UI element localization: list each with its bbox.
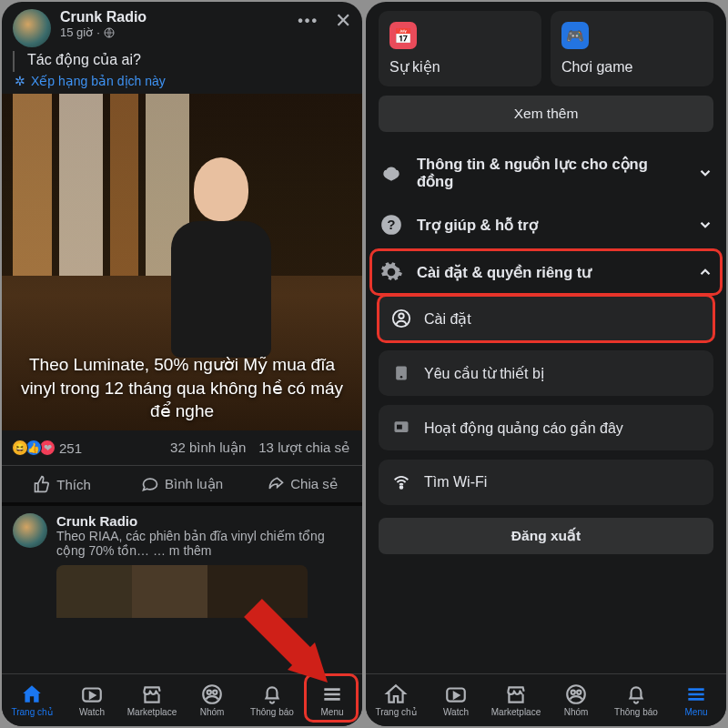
- nav-menu[interactable]: Menu: [666, 674, 726, 726]
- gamepad-icon: 🎮: [561, 22, 589, 49]
- svg-point-10: [400, 376, 403, 379]
- svg-point-15: [567, 685, 585, 703]
- wifi-icon: [391, 472, 411, 492]
- nav-notifications[interactable]: Thông báo: [606, 674, 666, 726]
- next-post-author: Crunk Radio: [56, 513, 351, 529]
- arrow-annotation: [244, 599, 335, 690]
- comment-icon: [141, 475, 159, 493]
- more-options-icon[interactable]: •••: [298, 13, 318, 29]
- post-time: 15 giờ ·: [60, 25, 288, 39]
- tile-events[interactable]: 📅 Sự kiện: [379, 11, 541, 86]
- subitem-recent-ad-activity[interactable]: Hoạt động quảng cáo gần đây: [379, 405, 713, 450]
- marketplace-icon: [504, 682, 528, 706]
- shortcut-tiles: 📅 Sự kiện 🎮 Chơi game: [366, 11, 726, 86]
- globe-icon: [104, 27, 115, 38]
- post-author[interactable]: Crunk Radio: [60, 9, 288, 25]
- nav-marketplace[interactable]: Marketplace: [486, 674, 546, 726]
- nav-groups[interactable]: Nhóm: [546, 674, 606, 726]
- svg-point-16: [571, 691, 575, 694]
- nav-marketplace[interactable]: Marketplace: [122, 674, 182, 726]
- nav-home[interactable]: Trang chủ: [2, 674, 62, 726]
- share-button[interactable]: Chia sẻ: [242, 466, 362, 502]
- post-stats: 😆 👍 ❤ 251 32 bình luận 13 lượt chia sẻ: [2, 430, 362, 465]
- post-header: Crunk Radio 15 giờ · ••• ✕: [2, 2, 362, 51]
- gear-icon: ✲: [15, 74, 25, 88]
- action-bar: Thích Bình luận Chia sẻ: [2, 465, 362, 506]
- chevron-down-icon: [697, 165, 713, 181]
- ads-icon: [391, 418, 411, 438]
- tile-gaming[interactable]: 🎮 Chơi game: [551, 11, 713, 86]
- bottom-nav: Trang chủ Watch Marketplace Nhóm Thông b…: [366, 673, 726, 726]
- svg-point-3: [207, 691, 211, 694]
- like-count: 251: [59, 440, 82, 456]
- menu-icon: [684, 682, 708, 706]
- subitem-device-requests[interactable]: Yêu cầu từ thiết bị: [379, 350, 713, 396]
- svg-point-4: [213, 691, 217, 694]
- subitem-find-wifi[interactable]: Tìm Wi-Fi: [379, 460, 713, 505]
- logout-button[interactable]: Đăng xuất: [379, 518, 713, 554]
- calendar-icon: 📅: [389, 22, 417, 49]
- section-community[interactable]: Thông tin & nguồn lực cho cộng đồng: [366, 145, 726, 201]
- nav-home[interactable]: Trang chủ: [366, 674, 426, 726]
- nav-watch[interactable]: Watch: [62, 674, 122, 726]
- svg-rect-12: [397, 425, 402, 430]
- share-count[interactable]: 13 lượt chia sẻ: [258, 440, 349, 456]
- home-icon: [384, 682, 408, 706]
- see-more-button[interactable]: Xem thêm: [379, 96, 713, 132]
- svg-point-2: [203, 685, 221, 703]
- translate-rating[interactable]: ✲ Xếp hạng bản dịch này: [2, 72, 362, 94]
- bell-icon: [624, 682, 648, 706]
- highlight-settings-section: [369, 248, 723, 296]
- avatar[interactable]: [13, 513, 47, 548]
- phone-right: 📅 Sự kiện 🎮 Chơi game Xem thêm Thông tin…: [366, 2, 726, 726]
- svg-point-13: [400, 486, 403, 489]
- reactions[interactable]: 😆 👍 ❤ 251: [15, 440, 82, 456]
- groups-icon: [564, 682, 588, 706]
- next-post[interactable]: Crunk Radio Theo RIAA, các phiên bản đĩa…: [2, 506, 362, 565]
- share-icon: [267, 475, 285, 493]
- help-icon: ?: [379, 212, 404, 238]
- avatar[interactable]: [13, 9, 51, 47]
- comment-button[interactable]: Bình luận: [122, 466, 242, 502]
- thumb-up-icon: [33, 475, 51, 493]
- chevron-down-icon: [697, 217, 713, 233]
- svg-text:?: ?: [387, 217, 395, 232]
- hands-icon: [379, 160, 404, 186]
- close-icon[interactable]: ✕: [335, 9, 351, 33]
- like-button[interactable]: Thích: [2, 466, 122, 502]
- highlight-settings-item: [377, 294, 715, 343]
- nav-watch[interactable]: Watch: [426, 674, 486, 726]
- comment-count[interactable]: 32 bình luận: [170, 440, 246, 456]
- device-icon: [391, 363, 411, 383]
- media-overlay-text: Theo Luminate, 50% người Mỹ mua đĩa viny…: [13, 353, 351, 423]
- post-text: Tác động của ai?: [13, 51, 362, 72]
- marketplace-icon: [140, 682, 164, 706]
- section-help[interactable]: ? Trợ giúp & hỗ trợ: [366, 201, 726, 248]
- laugh-reaction-icon: 😆: [12, 440, 28, 456]
- svg-point-17: [577, 691, 581, 694]
- phone-left: Crunk Radio 15 giờ · ••• ✕ Tác động của …: [2, 2, 362, 726]
- settings-subitems: Cài đặt Yêu cầu từ thiết bị Hoạt động qu…: [366, 296, 726, 505]
- groups-icon: [200, 682, 224, 706]
- watch-icon: [80, 682, 104, 706]
- nav-groups[interactable]: Nhóm: [182, 674, 242, 726]
- post-media[interactable]: Theo Luminate, 50% người Mỹ mua đĩa viny…: [2, 94, 362, 430]
- watch-icon: [444, 682, 468, 706]
- home-icon: [20, 682, 44, 706]
